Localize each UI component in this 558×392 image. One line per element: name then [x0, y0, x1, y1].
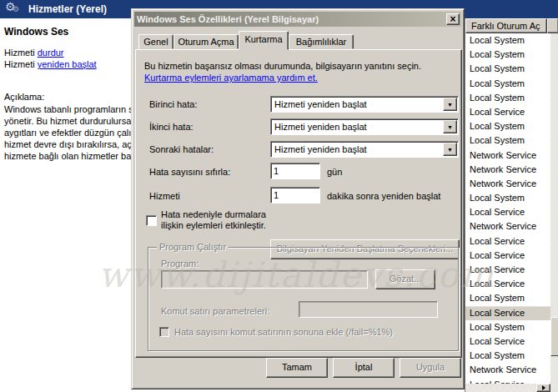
- logon-list-item[interactable]: Network Service: [465, 363, 550, 377]
- logon-list-item[interactable]: Network Service: [465, 148, 550, 163]
- tab-bagimliliklar[interactable]: Bağımlılıklar: [289, 34, 354, 49]
- apply-button: Uygula: [400, 358, 461, 378]
- first-failure-label: Birinci hata:: [149, 99, 197, 109]
- run-program-groupbox: Program Çalıştır Program: Gözat... Komut…: [148, 247, 459, 351]
- subsequent-failures-label: Sonraki hatalar:: [149, 144, 214, 154]
- reset-fail-count-suffix: gün: [327, 167, 342, 177]
- chevron-down-icon: ▼: [447, 147, 453, 153]
- properties-dialog: Windows Ses Özellikleri (Yerel Bilgisaya…: [131, 8, 465, 389]
- logon-list-item[interactable]: Network Service: [465, 177, 550, 191]
- logon-list-item[interactable]: Local System: [465, 62, 550, 76]
- next-column-header-stub[interactable]: [547, 18, 558, 33]
- second-failure-label: İkinci hata:: [149, 122, 194, 132]
- logon-list-item[interactable]: Local System: [465, 48, 550, 62]
- recovery-tab-page: Bu hizmetin başarısız olması durumunda, …: [135, 49, 462, 358]
- description-label: Açıklama:: [4, 92, 44, 102]
- scroll-right-arrow-icon: [542, 385, 545, 390]
- ok-button[interactable]: Tamam: [266, 358, 328, 378]
- horizontal-scrollbar[interactable]: [465, 384, 550, 392]
- tab-oturum-acma[interactable]: Oturum Açma: [173, 34, 239, 49]
- append-fail-count-checkbox: [159, 327, 169, 337]
- scroll-right-button[interactable]: [536, 384, 550, 392]
- logon-list-item[interactable]: Local Service: [465, 277, 550, 291]
- dialog-title: Windows Ses Özellikleri (Yerel Bilgisaya…: [137, 14, 446, 24]
- append-fail-count-label: Hata sayısını komut satırının sonuna ekl…: [174, 327, 393, 338]
- logon-list-item[interactable]: Local System: [465, 77, 550, 91]
- subsequent-failures-combobox[interactable]: Hizmeti yeniden başlat ▼: [270, 141, 459, 158]
- logon-list-item[interactable]: Local Service: [465, 249, 550, 263]
- vertical-scrollbar-thumb[interactable]: [550, 317, 558, 356]
- run-program-group-title: Program Çalıştır: [157, 242, 229, 252]
- logon-as-column-header[interactable]: Farklı Oturum Aç: [465, 18, 547, 33]
- selected-service-name: Windows Ses: [4, 26, 68, 38]
- logon-list-item[interactable]: Network Service: [465, 219, 550, 234]
- program-input: [161, 270, 368, 289]
- restart-service-link[interactable]: yeniden başlat: [38, 59, 97, 69]
- restart-delay-label: Hizmeti: [149, 191, 180, 201]
- second-failure-combobox[interactable]: Hizmeti yeniden başlat ▼: [270, 118, 459, 135]
- close-button[interactable]: ×: [446, 13, 460, 25]
- subsequent-failures-dropdown-button[interactable]: ▼: [443, 143, 457, 156]
- logon-list-item[interactable]: Local Service: [465, 306, 550, 320]
- first-failure-combobox[interactable]: Hizmeti yeniden başlat ▼: [270, 96, 459, 113]
- cmdline-label: Komut satırı parametreleri:: [161, 306, 269, 316]
- close-icon: ×: [450, 13, 455, 25]
- service-description: Windows tabanlı programların s yönetir. …: [4, 103, 131, 162]
- logon-list-item[interactable]: Local System: [465, 133, 550, 148]
- logon-as-column: Farklı Oturum Aç Local SystemLocal Syste…: [465, 18, 558, 392]
- logon-list-item[interactable]: Local Service: [465, 234, 550, 249]
- cmdline-input: [299, 301, 438, 318]
- logon-list-item[interactable]: Local System: [465, 91, 550, 105]
- logon-list-item[interactable]: Local Service: [465, 205, 550, 219]
- logon-list-item[interactable]: Local System: [465, 33, 550, 48]
- vertical-scrollbar[interactable]: [550, 33, 558, 392]
- browse-button: Gözat...: [375, 269, 435, 289]
- logon-list-item[interactable]: Local Service: [465, 105, 550, 119]
- logon-list: Local SystemLocal SystemLocal SystemLoca…: [465, 33, 550, 385]
- chevron-down-icon: ▼: [447, 124, 453, 130]
- recovery-help-link[interactable]: Kurtarma eylemleri ayarlamama yardım et.: [144, 73, 318, 83]
- second-failure-dropdown-button[interactable]: ▼: [443, 120, 457, 133]
- restart-service-line: Hizmeti yeniden başlat: [4, 59, 97, 69]
- chevron-down-icon: ▼: [447, 102, 453, 108]
- screen: ⚙ ⚙ Hizmetler (Yerel) Windows Ses Hizmet…: [0, 0, 558, 392]
- tab-kurtarma[interactable]: Kurtarma: [239, 31, 289, 50]
- logon-list-item[interactable]: Local System: [465, 291, 550, 305]
- logon-list-item[interactable]: Local System: [465, 320, 550, 334]
- recovery-intro: Bu hizmetin başarısız olması durumunda, …: [144, 60, 460, 83]
- restart-delay-input[interactable]: [270, 187, 320, 204]
- logon-list-item[interactable]: Local Service: [465, 334, 550, 349]
- cancel-button[interactable]: İptal: [333, 358, 395, 378]
- logon-list-item[interactable]: Network Service: [465, 163, 550, 177]
- dialog-titlebar[interactable]: Windows Ses Özellikleri (Yerel Bilgisaya…: [134, 12, 461, 27]
- reset-fail-count-input[interactable]: [270, 163, 320, 179]
- logon-list-item[interactable]: Local Service: [465, 263, 550, 277]
- stop-service-link[interactable]: durdur: [38, 48, 64, 58]
- stop-service-line: Hizmeti durdur: [4, 48, 64, 58]
- logon-list-item[interactable]: Local System: [465, 119, 550, 133]
- program-label: Program:: [161, 259, 199, 269]
- services-gear-icon: ⚙ ⚙: [5, 2, 23, 17]
- logon-list-item[interactable]: Local System: [465, 349, 550, 363]
- reset-fail-count-label: Hata sayısını sıfırla:: [149, 167, 230, 177]
- services-left-pane: Windows Ses Hizmeti durdur Hizmeti yenid…: [0, 18, 131, 392]
- logon-list-item[interactable]: Local System: [465, 191, 550, 205]
- first-failure-dropdown-button[interactable]: ▼: [443, 98, 457, 111]
- services-title: Hizmetler (Yerel): [28, 3, 107, 15]
- enable-stop-actions-label: Hata nedeniyle durmalara ilişkin eylemle…: [161, 209, 273, 231]
- restart-delay-suffix: dakika sonra yeniden başlat: [327, 191, 440, 201]
- tab-genel[interactable]: Genel: [138, 34, 173, 49]
- enable-stop-actions-checkbox[interactable]: [146, 215, 157, 226]
